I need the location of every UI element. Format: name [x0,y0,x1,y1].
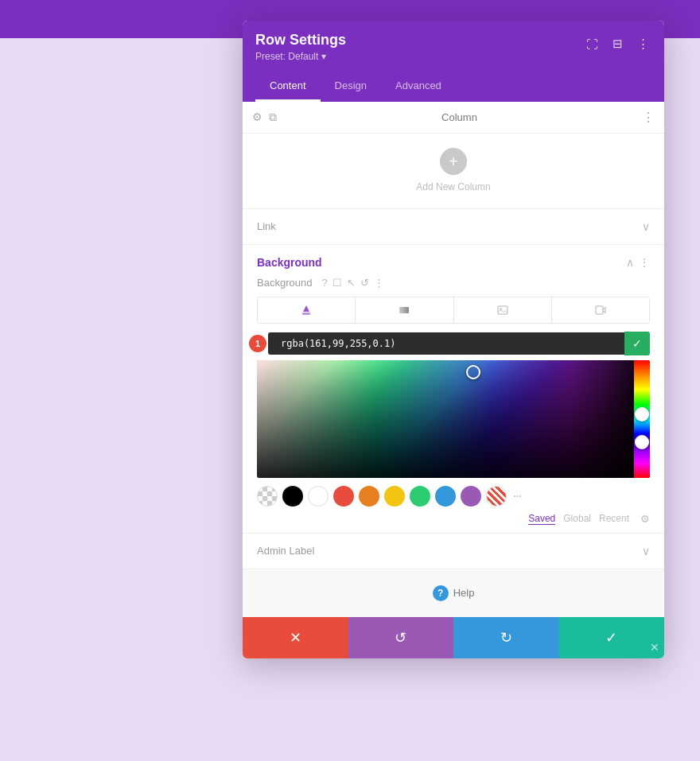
panel-header: Row Settings Preset: Default ▾ ⛶ ⊟ ⋮ [243,21,664,72]
mobile-icon[interactable]: ☐ [332,277,342,289]
color-picker-handle[interactable] [466,365,480,379]
svg-rect-1 [399,307,409,313]
hue-slider-thumb[interactable] [635,407,649,421]
tab-content[interactable]: Content [255,72,321,102]
svg-rect-2 [498,306,508,314]
row-more-icon[interactable]: ⋮ [374,277,384,289]
panel-title-group: Row Settings Preset: Default ▾ [255,32,346,62]
settings-icon[interactable]: ⚙ [252,111,262,123]
color-indicator-badge: 1 [249,335,266,352]
undo-small-icon[interactable]: ↺ [360,277,369,289]
swatch-transparent[interactable] [257,486,278,507]
bg-type-video[interactable] [552,297,649,323]
tab-design[interactable]: Design [321,72,381,102]
color-input[interactable]: rgba(161,99,255,0.1) [268,332,624,355]
help-row: ? Help [243,569,664,617]
duplicate-icon[interactable]: ⧉ [269,111,277,124]
add-column-area: + Add New Column [243,134,664,209]
column-more-icon[interactable]: ⋮ [642,110,655,125]
help-text: Help [453,587,475,599]
admin-label-chevron-icon: ∨ [642,545,650,557]
color-tab-global[interactable]: Global [563,513,591,524]
svg-point-3 [500,308,502,310]
swatches-row: ··· [257,478,650,510]
column-label: Column [283,111,636,123]
close-corner-icon[interactable]: ✕ [650,641,659,654]
color-tab-saved[interactable]: Saved [528,513,555,525]
bg-type-color[interactable] [258,297,356,323]
swatch-white[interactable] [308,486,329,507]
column-header: ⚙ ⧉ Column ⋮ [252,102,655,133]
swatch-red[interactable] [333,486,354,507]
background-row-label: Background [257,277,312,289]
dark-overlay [257,360,650,478]
collapse-icon[interactable]: ∧ [626,256,634,269]
link-chevron-icon: ∨ [642,220,650,233]
bg-type-image[interactable] [454,297,552,323]
split-icon[interactable]: ⊟ [609,35,626,52]
panel-body: ⚙ ⧉ Column ⋮ + Add New Column Link ∨ Bac… [243,102,664,658]
opacity-slider-thumb[interactable] [635,435,649,449]
more-icon[interactable]: ⋮ [634,35,651,52]
svg-rect-0 [302,313,310,315]
admin-label-text: Admin Label [257,545,314,557]
panel-preset[interactable]: Preset: Default ▾ [255,51,346,62]
tab-advanced[interactable]: Advanced [381,72,456,102]
add-column-label: Add New Column [416,181,490,192]
help-icon[interactable]: ? [321,277,327,289]
link-label: Link [257,220,276,232]
color-tabs-row: Saved Global Recent ⚙ [257,510,650,533]
color-picker-area: 1 rgba(161,99,255,0.1) ✓ [257,332,650,533]
background-row-icons: ? ☐ ↖ ↺ ⋮ [321,277,383,289]
swatch-blue[interactable] [435,486,456,507]
background-more-icon[interactable]: ⋮ [639,256,650,269]
swatch-orange[interactable] [359,486,379,507]
panel-title: Row Settings [255,32,346,49]
panel-tabs: Content Design Advanced [243,72,664,102]
color-confirm-button[interactable]: ✓ [624,332,650,355]
confirm-button[interactable]: ✓ [559,617,665,658]
redo-button[interactable]: ↻ [453,617,559,658]
bg-type-gradient[interactable] [356,297,453,323]
color-spectrum[interactable] [257,360,650,478]
swatch-purple[interactable] [461,486,481,507]
add-column-button[interactable]: + [440,148,467,175]
background-row: Background ? ☐ ↖ ↺ ⋮ [243,269,664,289]
fullscreen-icon[interactable]: ⛶ [583,35,601,52]
swatch-green[interactable] [410,486,430,507]
background-section: Background ∧ ⋮ Background ? ☐ ↖ ↺ ⋮ [243,245,664,534]
cancel-button[interactable]: ✕ [243,617,348,658]
background-title: Background [257,256,322,269]
help-icon[interactable]: ? [433,585,449,601]
swatch-black[interactable] [282,486,303,507]
swatches-more[interactable]: ··· [513,489,521,503]
undo-button[interactable]: ↺ [348,617,454,658]
background-section-header: Background ∧ ⋮ [243,245,664,269]
color-settings-icon[interactable]: ⚙ [640,513,650,525]
hue-slider-track[interactable] [634,360,650,478]
cursor-icon[interactable]: ↖ [347,277,356,289]
svg-rect-4 [596,306,603,314]
column-section: ⚙ ⧉ Column ⋮ [243,102,664,134]
color-tab-recent[interactable]: Recent [599,513,629,524]
swatch-yellow[interactable] [384,486,405,507]
color-input-row: 1 rgba(161,99,255,0.1) ✓ [257,332,650,355]
background-controls: ∧ ⋮ [626,256,650,269]
admin-label-section[interactable]: Admin Label ∨ [243,534,664,569]
background-type-tabs [257,297,650,324]
panel-footer: ✕ ↺ ↻ ✓ [243,617,664,658]
link-section[interactable]: Link ∨ [243,209,664,245]
swatch-striped[interactable] [486,486,507,507]
panel-header-icons: ⛶ ⊟ ⋮ [583,35,651,52]
panel: Row Settings Preset: Default ▾ ⛶ ⊟ ⋮ Con… [243,21,664,658]
